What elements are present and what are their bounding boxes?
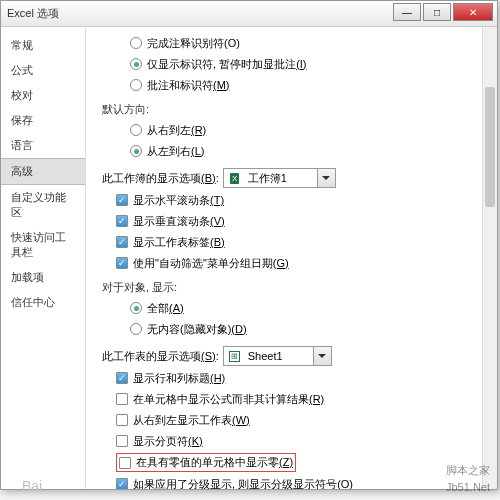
opt-obj-none: 无内容(隐藏对象)(D) (147, 322, 247, 337)
check-page-breaks[interactable] (116, 435, 128, 447)
minimize-button[interactable]: — (393, 3, 421, 21)
nav-customize-ribbon[interactable]: 自定义功能区 (1, 185, 85, 225)
window-title: Excel 选项 (7, 6, 59, 21)
opt-rtl-sheet: 从右到左显示工作表(W) (133, 413, 250, 428)
nav-advanced[interactable]: 高级 (1, 158, 85, 185)
excel-icon: X (227, 170, 243, 186)
nav-save[interactable]: 保存 (1, 108, 85, 133)
sheet-icon: ⊞ (227, 348, 243, 364)
nav-quick-access[interactable]: 快速访问工具栏 (1, 225, 85, 265)
nav-trust-center[interactable]: 信任中心 (1, 290, 85, 315)
check-formulas[interactable] (116, 393, 128, 405)
check-rtl-sheet[interactable] (116, 414, 128, 426)
chevron-down-icon (317, 169, 335, 187)
radio-comment-indicator[interactable] (130, 58, 142, 70)
nav-formulas[interactable]: 公式 (1, 58, 85, 83)
nav-proofing[interactable]: 校对 (1, 83, 85, 108)
opt-show-zero: 在具有零值的单元格中显示零(Z) (136, 455, 293, 470)
radio-comment-none[interactable] (130, 37, 142, 49)
maximize-button[interactable]: □ (423, 3, 451, 21)
label-objects: 对于对象, 显示: (102, 278, 473, 296)
vertical-scrollbar[interactable] (482, 27, 497, 489)
check-show-zero[interactable] (119, 457, 131, 469)
radio-ltr[interactable] (130, 145, 142, 157)
check-headers[interactable] (116, 372, 128, 384)
combo-worksheet[interactable]: ⊞ Sheet1 (223, 346, 332, 366)
nav-language[interactable]: 语言 (1, 133, 85, 158)
opt-page-breaks: 显示分页符(K) (133, 434, 203, 449)
sidebar: 常规 公式 校对 保存 语言 高级 自定义功能区 快速访问工具栏 加载项 信任中… (1, 27, 86, 489)
site-watermark: 脚本之家Jb51.Net (446, 461, 490, 494)
radio-obj-all[interactable] (130, 302, 142, 314)
combo-workbook[interactable]: X 工作簿1 (223, 168, 336, 188)
radio-comment-both[interactable] (130, 79, 142, 91)
label-worksheet-display: 此工作表的显示选项(S): (102, 349, 219, 364)
radio-rtl[interactable] (130, 124, 142, 136)
check-hscroll[interactable] (116, 194, 128, 206)
opt-comment-both: 批注和标识符(M) (147, 78, 230, 93)
opt-obj-all: 全部(A) (147, 301, 184, 316)
label-workbook-display: 此工作簿的显示选项(B): (102, 171, 219, 186)
opt-formulas: 在单元格中显示公式而非其计算结果(R) (133, 392, 324, 407)
check-group-dates[interactable] (116, 257, 128, 269)
opt-group-dates: 使用"自动筛选"菜单分组日期(G) (133, 256, 289, 271)
opt-rtl: 从右到左(R) (147, 123, 206, 138)
scroll-thumb[interactable] (485, 87, 495, 207)
label-default-direction: 默认方向: (102, 100, 473, 118)
radio-obj-none[interactable] (130, 323, 142, 335)
opt-ltr: 从左到右(L) (147, 144, 204, 159)
opt-comment-indicator: 仅显示标识符, 暂停时加显批注(I) (147, 57, 307, 72)
opt-sheet-tabs: 显示工作表标签(B) (133, 235, 225, 250)
opt-vscroll: 显示垂直滚动条(V) (133, 214, 225, 229)
check-sheet-tabs[interactable] (116, 236, 128, 248)
check-vscroll[interactable] (116, 215, 128, 227)
nav-general[interactable]: 常规 (1, 33, 85, 58)
baidu-watermark: Bai (22, 478, 42, 494)
chevron-down-icon (313, 347, 331, 365)
content-panel: 完成注释识别符(O) 仅显示标识符, 暂停时加显批注(I) 批注和标识符(M) … (86, 27, 497, 489)
opt-outline: 如果应用了分级显示, 则显示分级显示符号(O) (133, 477, 353, 490)
check-outline[interactable] (116, 478, 128, 489)
opt-comment-none: 完成注释识别符(O) (147, 36, 240, 51)
titlebar: Excel 选项 — □ ✕ (1, 1, 497, 27)
close-button[interactable]: ✕ (453, 3, 493, 21)
highlight-zero-option: 在具有零值的单元格中显示零(Z) (116, 453, 296, 472)
opt-hscroll: 显示水平滚动条(T) (133, 193, 224, 208)
nav-addins[interactable]: 加载项 (1, 265, 85, 290)
opt-headers: 显示行和列标题(H) (133, 371, 225, 386)
